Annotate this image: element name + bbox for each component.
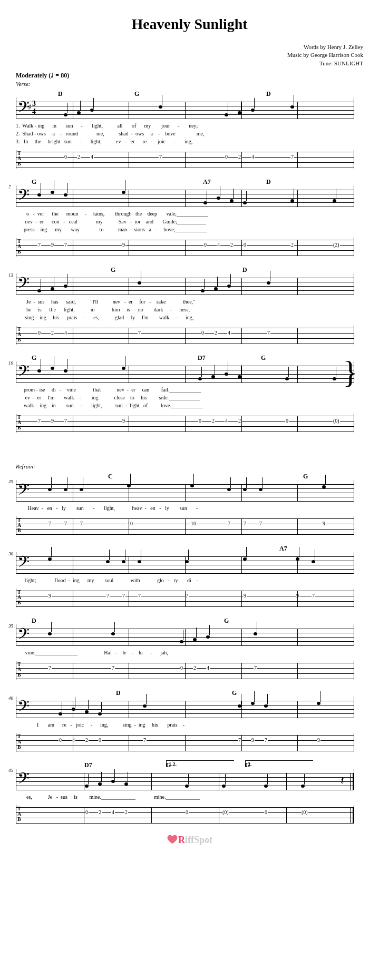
notehead	[203, 201, 207, 204]
bass-clef: 𝄢	[17, 697, 30, 720]
lyric-line: sing - ing his prais - es, glad - ly I'm…	[16, 313, 363, 321]
tab-label: TAB	[17, 806, 21, 822]
chord-symbol: D	[242, 266, 247, 274]
chord-row: A7	[16, 545, 363, 552]
tab-fret-number: 0	[59, 737, 62, 743]
music-system: 19GD7G𝄢} prom - ise di - vine that nev -…	[16, 354, 363, 433]
lyric-line: 1. Walk - ing in sun - light, all of my …	[16, 122, 363, 130]
tab-fret-number: 2	[193, 665, 197, 671]
notehead	[193, 638, 197, 641]
tab-fret-number: (2)	[333, 242, 340, 248]
notation-staff: 𝄢	[16, 697, 354, 718]
chord-symbol: D	[32, 617, 36, 625]
tab-fret-number: 4	[225, 418, 228, 424]
notehead	[251, 702, 255, 705]
notehead	[185, 785, 189, 788]
tab-fret-number: 7	[138, 330, 141, 336]
tab-fret-number: 4	[206, 665, 210, 671]
tab-fret-number: 9	[51, 242, 54, 248]
notehead	[64, 285, 67, 288]
notehead	[198, 377, 202, 380]
notehead	[285, 377, 289, 380]
notehead	[322, 485, 326, 488]
notation-staff: 𝄢𝄽	[16, 769, 354, 790]
chord-symbol: G	[261, 354, 266, 362]
volta-bracket: 1.2.	[166, 760, 234, 767]
chord-symbol: A7	[279, 545, 287, 553]
music-system: 7GA7D𝄢 o - ver the moun - tains, through…	[16, 178, 363, 257]
notehead	[264, 704, 268, 708]
sheet-music-page: Heavenly Sunlight Words by Henry J. Zell…	[0, 0, 379, 867]
chord-symbol: D7	[198, 354, 206, 362]
tab-fret-number: 0	[98, 737, 102, 743]
tab-fret-number: 9	[322, 521, 326, 526]
notehead	[301, 785, 305, 788]
tab-fret-number: 2	[77, 154, 81, 160]
lyric-line: es, Je - sus is mine._____________ mine.…	[16, 793, 363, 801]
notehead	[217, 197, 220, 200]
notehead	[227, 285, 231, 288]
notehead	[227, 488, 231, 491]
tab-fret-number: 7	[290, 154, 294, 160]
tab-fret-number: 0	[64, 154, 67, 160]
tablature-staff: TAB02420(0)0(0)	[16, 805, 354, 824]
notehead	[37, 289, 41, 292]
lyric-line: Heav - en - ly sun - light, heav - en - …	[16, 504, 363, 512]
lyric-line: light; flood - ing my soul with glo - ry…	[16, 576, 363, 584]
tab-fret-number: 0	[203, 242, 207, 248]
chord-row: GD	[16, 266, 363, 273]
tab-label: TAB	[17, 662, 21, 678]
notehead	[48, 632, 52, 635]
bar-number: 25	[8, 479, 13, 484]
notehead	[59, 712, 62, 716]
lyrics-block: o - ver the moun - tains, through the de…	[16, 210, 363, 233]
tune-credit: Tune: SUNLIGHT	[16, 60, 363, 67]
tempo-marking: Moderately (♩ = 80)	[16, 72, 363, 80]
notehead	[185, 560, 189, 563]
bar-number: 45	[8, 768, 13, 773]
words-credit: Words by Henry J. Zelley	[16, 43, 363, 51]
lyric-line: he is the light, in him is no dark - nes…	[16, 306, 363, 313]
notehead	[225, 373, 228, 376]
notehead	[333, 377, 336, 380]
tab-fret-number: 9	[122, 242, 125, 248]
notehead	[51, 367, 54, 370]
tablature-staff: TAB797902420(0)	[16, 414, 354, 433]
tab-fret-number: 10	[127, 521, 133, 526]
tab-fret-number: 7	[159, 154, 162, 160]
music-system: 45D7GG1.2.3.𝄢𝄽 es, Je - sus is mine.____…	[16, 761, 363, 824]
music-system: 35DG𝄢 vine.________________ Hal - le - l…	[16, 617, 363, 680]
credits-block: Words by Henry J. Zelley Music by George…	[16, 43, 363, 67]
tab-label: TAB	[17, 517, 21, 533]
closing-brace: }	[343, 361, 358, 383]
notehead	[211, 375, 215, 378]
notehead	[85, 710, 89, 713]
tab-fret-number: 4	[90, 154, 94, 160]
tab-fret-number: 7	[80, 521, 83, 526]
lyric-line: ev - er I'm walk - ing close to his side…	[16, 394, 363, 401]
chord-symbol: D	[266, 90, 271, 98]
notehead	[251, 109, 255, 112]
tab-label: TAB	[17, 151, 21, 166]
chord-symbol: G	[111, 266, 115, 274]
tab-fret-number: 7	[37, 242, 41, 248]
tab-fret-number: 9	[122, 418, 125, 424]
notehead	[243, 201, 247, 204]
notehead	[290, 105, 294, 109]
notehead	[48, 557, 52, 561]
tab-fret-number: 7	[48, 665, 52, 671]
tab-fret-number: 7	[64, 242, 67, 248]
lyric-line: vine.________________ Hal - le - lu - ja…	[16, 649, 363, 656]
tab-fret-number: 2	[214, 330, 218, 336]
lyrics-block: I am re - joic - ing, sing - ing his pra…	[16, 721, 363, 729]
chord-row: DGD	[16, 90, 363, 97]
tab-fret-number: 7	[312, 593, 315, 599]
notehead	[98, 712, 102, 716]
bar-number: 7	[8, 184, 11, 190]
chord-row: DG	[16, 689, 363, 697]
notehead	[138, 281, 141, 285]
tab-fret-number: 7	[227, 521, 231, 526]
tab-label: TAB	[17, 415, 21, 430]
watermark-text: iffSpot	[185, 835, 212, 845]
tab-fret-number: 4	[251, 154, 255, 160]
